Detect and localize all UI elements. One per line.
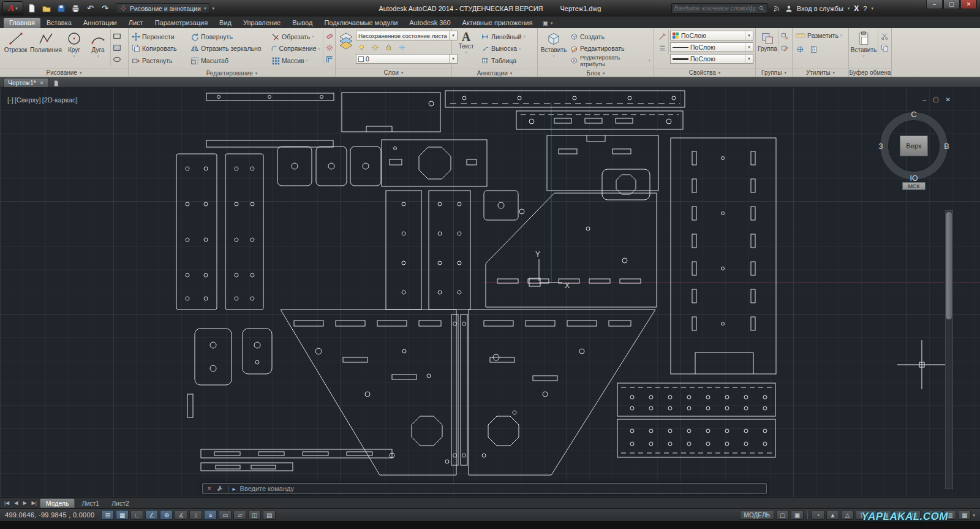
search-input[interactable] [674, 5, 756, 12]
quick-view-drawings-button[interactable]: ▣ [791, 510, 804, 520]
text-tool-button[interactable]: A Текст ▾ [454, 29, 478, 55]
polyline-tool-button[interactable]: Полилиния [31, 29, 61, 53]
line-tool-button[interactable]: Отрезок [2, 29, 29, 53]
selection-cycling-toggle[interactable]: ▤ [263, 510, 276, 520]
layout-prev-button[interactable]: ◀ [12, 499, 20, 507]
viewport-visual-style-control[interactable]: [2D-каркас] [42, 96, 78, 104]
ellipse-tool-button[interactable] [111, 55, 123, 64]
save-button[interactable] [55, 2, 67, 14]
viewcube-top-face[interactable]: Верх [900, 135, 928, 156]
layer-properties-button[interactable] [337, 29, 355, 51]
block-edit-button[interactable]: Редактировать [569, 43, 652, 55]
tab-autodesk360[interactable]: Autodesk 360 [404, 18, 456, 28]
open-file-button[interactable] [40, 2, 53, 14]
layer-lock-button[interactable] [383, 42, 394, 52]
tab-view[interactable]: Вид [214, 18, 237, 28]
file-tab-drawing1[interactable]: Чертеж1* ✕ [3, 78, 49, 87]
layer-isolate-button[interactable] [369, 42, 380, 52]
model-space-button[interactable]: МОДЕЛЬ [740, 510, 774, 520]
tab-featured-apps[interactable]: Активные приложения [457, 18, 538, 28]
dyn-input-toggle[interactable]: ≡ [204, 510, 217, 520]
close-button[interactable]: ✕ [960, 0, 977, 9]
ducs-toggle[interactable]: ⊥ [189, 510, 202, 520]
command-prompt-text[interactable]: Введите команду [240, 485, 294, 492]
a360-connect-icon[interactable] [772, 5, 781, 12]
stretch-button[interactable]: Растянуть [130, 55, 189, 66]
layout-first-button[interactable]: |◀ [2, 499, 11, 507]
viewcube-north[interactable]: С [911, 110, 916, 119]
arc-tool-button[interactable]: Дуга ▾ [87, 29, 109, 58]
qat-options-arrow-icon[interactable]: ▾ [212, 6, 214, 10]
help-icon[interactable]: ? [863, 5, 867, 12]
erase-button[interactable] [324, 31, 335, 41]
tab-layout[interactable]: Лист [123, 18, 149, 28]
drawing-area[interactable]: Y X [-] [Сверху] [2D-каркас] – ▢ ✕ С Ю З… [0, 88, 980, 497]
quick-properties-toggle[interactable]: ◫ [248, 510, 261, 520]
viewport-minimize-control[interactable]: [-] [7, 96, 13, 104]
panel-label-annotation[interactable]: Аннотации ▾ [452, 69, 537, 77]
panel-label-modify[interactable]: Редактирование ▾ [129, 69, 335, 77]
block-attrs-button[interactable]: Редактировать атрибуты▾ [569, 55, 652, 66]
tab-plugins[interactable]: Подключаемые модули [318, 18, 403, 28]
group-button[interactable]: Группа [758, 29, 777, 52]
panel-label-clipboard[interactable]: Буфер обмена [849, 68, 891, 77]
minimize-button[interactable]: – [926, 0, 943, 9]
mirror-button[interactable]: Отразить зеркально [189, 43, 270, 55]
status-menu-arrow-icon[interactable]: ▾ [973, 513, 975, 517]
lineweight-toggle[interactable]: ▭ [219, 510, 232, 520]
osnap-toggle[interactable]: ⊕ [160, 510, 173, 520]
vertical-scrollbar[interactable] [945, 210, 953, 489]
command-line[interactable]: ✕ ▸ Введите команду [202, 483, 767, 494]
annotation-scale-icon-button[interactable]: △ [841, 510, 854, 520]
undo-button[interactable]: ↶ [84, 2, 97, 14]
maximize-button[interactable]: ▢ [943, 0, 960, 9]
layout-tab-sheet1[interactable]: Лист1 [76, 499, 105, 508]
panel-label-utilities[interactable]: Утилиты ▾ [793, 68, 848, 77]
redo-button[interactable]: ↷ [99, 2, 111, 14]
layer-state-dropdown[interactable]: Несохраненное состояние листа ▾ [356, 31, 458, 40]
viewcube-ucs-button[interactable]: МСК [902, 182, 925, 190]
snap-toggle[interactable]: ⊞ [101, 510, 114, 520]
command-close-icon[interactable]: ✕ [207, 485, 212, 492]
id-point-button[interactable] [794, 44, 805, 54]
workspace-dropdown[interactable]: Рисование и аннотации ▾ [116, 3, 210, 13]
scrollbar-thumb[interactable] [946, 212, 952, 319]
transparency-toggle[interactable]: ▱ [233, 510, 246, 520]
polar-toggle[interactable]: ∠ [145, 510, 158, 520]
ortho-toggle[interactable]: ∟ [130, 510, 143, 520]
rotate-button[interactable]: Повернуть [189, 31, 270, 42]
layer-off-button[interactable] [356, 42, 367, 52]
trim-button[interactable]: Обрезать▾ [270, 31, 322, 42]
exchange-apps-icon[interactable]: X [854, 4, 859, 13]
leader-button[interactable]: Выноска▾ [480, 43, 535, 55]
copy-button[interactable]: Копировать [130, 43, 189, 55]
otrack-toggle[interactable]: ∡ [175, 510, 187, 520]
linetype-dropdown[interactable]: ПоСлою ▾ [670, 42, 753, 52]
properties-list-button[interactable] [657, 43, 668, 53]
app-status-menu-button[interactable]: ▦ [958, 510, 971, 520]
new-drawing-tab-button[interactable] [51, 79, 61, 87]
block-create-button[interactable]: Создать [569, 31, 652, 42]
block-insert-button[interactable]: Вставить ▾ [540, 29, 568, 58]
tab-manage[interactable]: Управление [238, 18, 286, 28]
offset-button[interactable] [324, 55, 335, 64]
cut-button[interactable] [879, 31, 890, 41]
array-button[interactable]: Массив▾ [270, 55, 322, 66]
drawing-minimize-button[interactable]: – [923, 96, 927, 103]
tab-annotate[interactable]: Аннотации [78, 18, 123, 28]
viewcube-west[interactable]: З [878, 142, 883, 151]
circle-tool-button[interactable]: Круг ▾ [62, 29, 86, 58]
scale-button[interactable]: Масштаб [189, 55, 270, 66]
quick-calc-button[interactable] [808, 44, 819, 54]
drawing-close-button[interactable]: ✕ [946, 96, 951, 103]
ungroup-button[interactable] [780, 31, 791, 41]
lineweight-dropdown[interactable]: ПоСлою ▾ [670, 54, 753, 64]
quick-view-layouts-button[interactable]: ▢ [776, 510, 789, 520]
fillet-button[interactable]: Сопряжение▾ [270, 43, 322, 55]
layer-freeze-button[interactable] [396, 42, 407, 52]
copy-clip-button[interactable] [879, 43, 890, 53]
layout-last-button[interactable]: ▶| [30, 499, 39, 507]
tab-insert[interactable]: Вставка [41, 18, 77, 28]
new-file-button[interactable] [25, 2, 38, 14]
viewcube-east[interactable]: В [944, 142, 949, 151]
